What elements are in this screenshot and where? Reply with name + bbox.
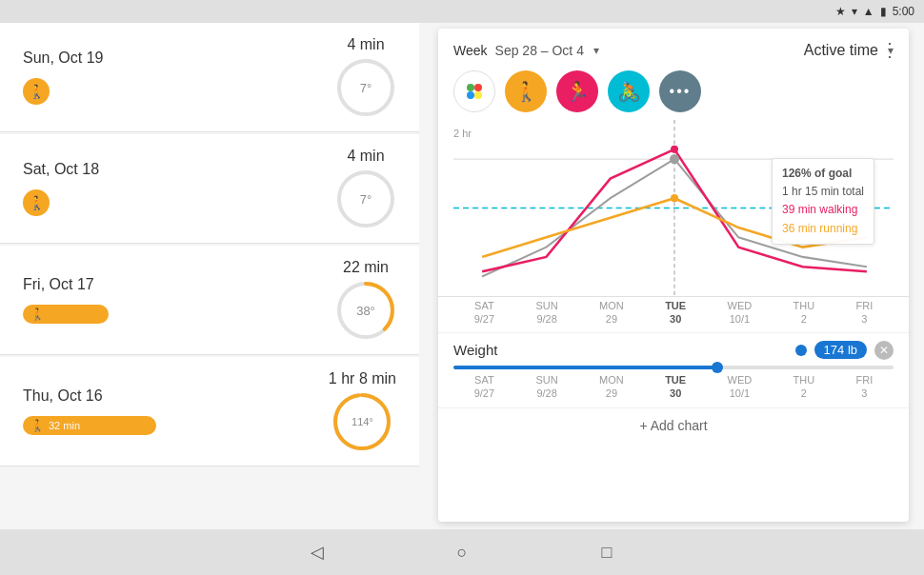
x-label-1: SUN9/28 — [535, 299, 557, 327]
back-icon: ◁ — [311, 542, 324, 563]
x-label-5: THU2 — [793, 299, 815, 327]
recent-icon: □ — [602, 543, 613, 563]
add-chart-label: + Add chart — [639, 418, 707, 433]
more-button[interactable]: ⋮ — [880, 38, 899, 61]
day-duration-fri: 22 min — [343, 259, 389, 276]
week-range: Sep 28 – Oct 4 — [495, 43, 584, 58]
add-chart-button[interactable]: + Add chart — [438, 407, 909, 443]
circle-text-thu: 114° — [352, 416, 373, 427]
x-label-0: SAT9/27 — [474, 299, 494, 327]
weight-x-5: THU2 — [793, 373, 815, 401]
weight-bar-container — [453, 366, 894, 369]
tooltip-running: 36 min running — [782, 220, 864, 238]
svg-point-14 — [670, 154, 679, 164]
week-dropdown-arrow[interactable]: ▾ — [593, 44, 599, 57]
tooltip-total: 1 hr 15 min total — [782, 183, 864, 201]
status-bar: ★ ▾ ▲ ▮ 5:00 — [0, 0, 924, 23]
svg-point-7 — [467, 84, 474, 91]
activity-more-icon[interactable]: ••• — [659, 70, 701, 112]
activity-icon-sat: 🚶 — [23, 189, 50, 216]
wifi-icon: ▾ — [852, 5, 857, 18]
bluetooth-icon: ★ — [835, 5, 846, 18]
day-duration-thu: 1 hr 8 min — [329, 370, 396, 387]
weight-section: Weight 174 lb ✕ SAT9/27 SUN9/28 MON29 TU… — [438, 332, 909, 408]
day-activity-sat: 🚶 — [23, 189, 335, 216]
card-header: Week Sep 28 – Oct 4 ▾ Active time ▾ ⋮ — [438, 29, 909, 67]
battery-icon: ▮ — [880, 5, 887, 18]
time-display: 5:00 — [893, 5, 914, 18]
chart-y-label: 2 hr — [453, 128, 472, 139]
left-panel: Sun, Oct 19 🚶 4 min 7° Sat, Oct 18 🚶 — [0, 23, 419, 529]
svg-point-10 — [474, 91, 482, 99]
svg-point-16 — [671, 194, 678, 202]
activity-cycling-icon[interactable]: 🚴 — [608, 70, 650, 112]
svg-point-15 — [671, 146, 678, 153]
x-label-2: MON29 — [599, 299, 624, 327]
weight-bar — [453, 366, 717, 369]
chart-tooltip: 126% of goal 1 hr 15 min total 39 min wa… — [772, 158, 874, 245]
day-date-sat: Sat, Oct 18 — [23, 161, 335, 178]
day-right-thu: 1 hr 8 min 114° — [329, 370, 396, 452]
day-right-sun: 4 min 7° — [335, 36, 396, 118]
day-left-thu: Thu, Oct 16 🚶 32 min — [23, 387, 329, 435]
circle-text-sun: 7° — [360, 81, 372, 95]
weight-x-2: MON29 — [599, 373, 624, 401]
day-activity-thu: 🚶 32 min — [23, 416, 329, 435]
day-right-sat: 4 min 7° — [335, 148, 396, 229]
circle-text-sat: 7° — [360, 192, 372, 207]
weight-x-labels: SAT9/27 SUN9/28 MON29 TUE30 WED10/1 THU2… — [453, 373, 894, 401]
circle-thu: 114° — [331, 391, 392, 452]
x-label-6: FRI3 — [856, 299, 874, 327]
activity-icons-row: 🚶 🏃 🚴 ••• — [438, 67, 909, 120]
day-date-sun: Sun, Oct 19 — [23, 50, 335, 67]
week-label: Week — [453, 43, 488, 58]
weight-value-container: 174 lb ✕ — [795, 341, 894, 360]
day-left-fri: Fri, Oct 17 🚶 — [23, 276, 335, 324]
day-right-fri: 22 min 38° — [335, 259, 396, 341]
svg-point-9 — [467, 91, 474, 99]
day-item-sat[interactable]: Sat, Oct 18 🚶 4 min 7° — [0, 134, 419, 244]
day-activity-fri: 🚶 — [23, 305, 335, 324]
tooltip-percent: 126% of goal — [782, 165, 864, 183]
bottom-nav: ◁ ○ □ — [0, 529, 924, 575]
home-button[interactable]: ○ — [447, 537, 477, 567]
day-item-sun[interactable]: Sun, Oct 19 🚶 4 min 7° — [0, 23, 419, 132]
weight-dot — [795, 345, 807, 356]
chart-area: 2 hr 126% of goal 1 hr 15 min total 39 m… — [453, 120, 894, 296]
circle-sun: 7° — [335, 57, 396, 118]
weight-x-3: TUE30 — [665, 373, 686, 401]
weight-value-badge: 174 lb — [814, 341, 867, 359]
weight-x-4: WED10/1 — [728, 373, 753, 401]
back-button[interactable]: ◁ — [302, 537, 332, 567]
day-date-fri: Fri, Oct 17 — [23, 276, 335, 293]
weight-title: Weight — [453, 342, 497, 358]
x-label-3: TUE30 — [665, 299, 686, 327]
chart-x-labels: SAT9/27 SUN9/28 MON29 TUE30 WED10/1 THU2… — [438, 296, 909, 332]
activity-walking-icon[interactable]: 🚶 — [505, 70, 547, 112]
day-duration-sun: 4 min — [347, 36, 384, 53]
day-left-sun: Sun, Oct 19 🚶 — [23, 50, 335, 105]
day-item-fri[interactable]: Fri, Oct 17 🚶 22 min 38° — [0, 246, 419, 355]
circle-fri: 38° — [335, 280, 396, 341]
weight-header: Weight 174 lb ✕ — [453, 341, 894, 360]
activity-icon-sun: 🚶 — [23, 78, 50, 105]
weight-x-6: FRI3 — [856, 373, 874, 401]
weight-close-button[interactable]: ✕ — [874, 341, 894, 360]
day-activity-sun: 🚶 — [23, 78, 335, 105]
circle-sat: 7° — [335, 169, 396, 229]
circle-text-fri: 38° — [356, 304, 375, 318]
activity-running-icon[interactable]: 🏃 — [556, 70, 598, 112]
day-left-sat: Sat, Oct 18 🚶 — [23, 161, 335, 216]
weight-x-1: SUN9/28 — [535, 373, 557, 401]
signal-icon: ▲ — [863, 5, 874, 18]
recent-button[interactable]: □ — [592, 537, 622, 567]
day-item-thu[interactable]: Thu, Oct 16 🚶 32 min 1 hr 8 min 114° — [0, 357, 419, 466]
home-icon: ○ — [457, 543, 468, 563]
day-date-thu: Thu, Oct 16 — [23, 387, 329, 405]
x-label-4: WED10/1 — [728, 299, 753, 327]
right-panel: Week Sep 28 – Oct 4 ▾ Active time ▾ ⋮ 🚶 … — [438, 29, 909, 522]
day-duration-sat: 4 min — [347, 148, 384, 165]
active-time-label: Active time — [804, 42, 878, 59]
tooltip-walking: 39 min walking — [782, 201, 864, 219]
activity-all-icon[interactable] — [453, 70, 495, 112]
